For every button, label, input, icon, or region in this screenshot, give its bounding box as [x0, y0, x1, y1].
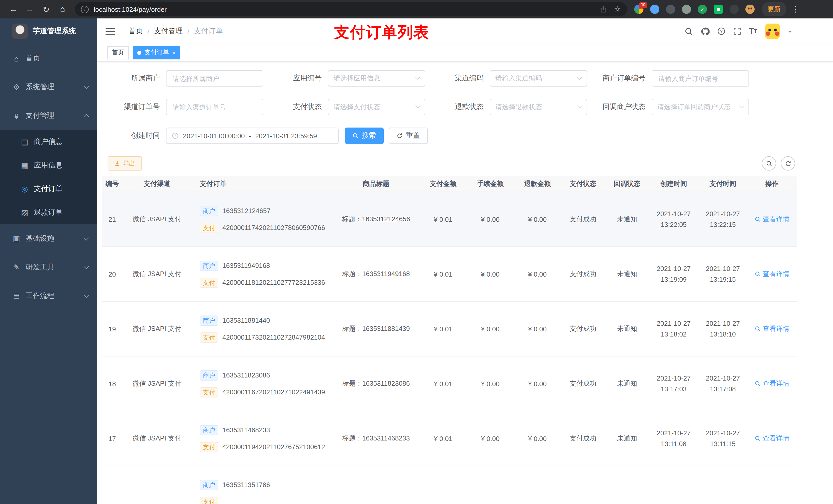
view-detail-link[interactable]: 查看详情: [755, 269, 789, 279]
cell-create-time: 2021-10-2713:17:03: [649, 373, 698, 394]
chevron-down-icon: [84, 264, 89, 269]
hamburger-icon[interactable]: [105, 27, 115, 35]
screen: ← → ↻ ⌂ i localhost:1024/pay/order ☆ 10 …: [0, 0, 833, 504]
export-button[interactable]: 导出: [108, 156, 142, 171]
dashboard-icon: ⌂: [10, 54, 23, 63]
cell-fee: ¥ 0.00: [467, 270, 514, 278]
channel-pay-no: 4200001167202110271022491439: [222, 388, 325, 396]
search-icon: [755, 271, 761, 277]
cell-pay-time: 2021-10-2713:18:10: [698, 318, 747, 340]
extension-icon[interactable]: [730, 5, 739, 14]
reset-button[interactable]: 重置: [389, 127, 428, 144]
extension-icon[interactable]: [682, 5, 691, 14]
app-select[interactable]: 请选择应用信息: [328, 70, 425, 87]
cell-amount: ¥ 0.01: [420, 435, 467, 442]
merchant-order-no: 1635311823086: [222, 371, 270, 379]
table-row: 19 微信 JSAPI 支付 商户 1635311881440 支付 42000…: [102, 302, 796, 357]
url-bar[interactable]: i localhost:1024/pay/order ☆: [75, 2, 627, 16]
notify-status-select[interactable]: 请选择订单回调商户状态: [652, 99, 749, 115]
active-dot: [137, 50, 141, 54]
cell-status: 支付成功: [561, 379, 605, 388]
cell-refund: ¥ 0.00: [514, 325, 561, 333]
view-detail-link[interactable]: 查看详情: [755, 215, 789, 224]
forward-icon[interactable]: →: [23, 3, 37, 16]
cell-title: 标题：1635311881439: [332, 324, 420, 333]
cell-order: 商户 1635311351786 支付: [192, 480, 332, 504]
toggle-search-icon[interactable]: [762, 156, 776, 171]
search-button[interactable]: 搜索: [345, 127, 384, 144]
filter-row-1: 所属商户 应用编号 请选择应用信息 渠道编码 请输入渠道编码: [108, 70, 823, 87]
font-size-icon[interactable]: TT: [749, 27, 757, 35]
cell-notify: 未通知: [605, 379, 649, 388]
cell-refund: ¥ 0.00: [514, 215, 561, 223]
orders-table: 编号 支付渠道 支付订单 商品标题 支付金额 手续金额 退款金额 支付状态 回调…: [102, 176, 796, 504]
tab-home[interactable]: 首页: [107, 46, 128, 59]
refund-status-label: 退款状态: [431, 102, 490, 112]
merchant-order-input[interactable]: [652, 70, 749, 87]
bookmark-star-icon[interactable]: ☆: [614, 5, 621, 14]
cell-order: 商户 1635311468233 支付 42000011942021102767…: [192, 425, 332, 452]
avatar[interactable]: [765, 24, 780, 39]
browser-menu-icon[interactable]: ⋮: [791, 5, 799, 14]
extension-icon[interactable]: 10: [634, 5, 643, 14]
merchant-input[interactable]: [166, 70, 263, 87]
refund-status-select[interactable]: 请选择退款状态: [490, 99, 587, 115]
extension-icon[interactable]: [650, 5, 659, 14]
cell-notify: 未通知: [605, 215, 649, 224]
view-detail-link[interactable]: 查看详情: [755, 434, 789, 443]
sidebar-item-home[interactable]: ⌂ 首页: [0, 44, 97, 73]
extension-check-icon[interactable]: ✓: [698, 5, 707, 14]
cell-channel: 微信 JSAPI 支付: [122, 324, 192, 333]
browser-update-button[interactable]: 更新: [762, 2, 786, 16]
extension-chat-icon[interactable]: [714, 5, 723, 14]
help-icon[interactable]: ?: [717, 27, 725, 35]
view-detail-link[interactable]: 查看详情: [755, 324, 789, 333]
extension-icon[interactable]: [666, 5, 675, 14]
site-info-icon[interactable]: i: [81, 5, 89, 13]
channel-code-select[interactable]: 请输入渠道编码: [490, 70, 587, 87]
cell-id: 18: [102, 380, 122, 387]
briefcase-icon: ≣: [10, 291, 23, 301]
sidebar-item-merchant-info[interactable]: ▤ 商户信息: [0, 130, 97, 154]
table-header: 编号 支付渠道 支付订单 商品标题 支付金额 手续金额 退款金额 支付状态 回调…: [102, 176, 796, 192]
create-time-range-picker[interactable]: 2021-10-01 00:00:00 - 2021-10-31 23:59:5…: [166, 127, 339, 144]
refresh-table-icon[interactable]: [781, 156, 795, 171]
home-icon[interactable]: ⌂: [56, 3, 69, 16]
github-icon[interactable]: [701, 27, 710, 35]
search-icon[interactable]: [685, 27, 693, 35]
tab-pay-order[interactable]: 支付订单 ×: [133, 46, 180, 59]
caret-down-icon[interactable]: [788, 31, 792, 35]
clock-icon: [172, 132, 179, 139]
pay-tag: 支付: [200, 332, 218, 342]
extension-emoji-icon[interactable]: [745, 5, 755, 14]
cell-id: 21: [102, 215, 122, 223]
breadcrumb-home[interactable]: 首页: [128, 27, 143, 36]
sidebar-item-devtools[interactable]: ✎ 研发工具: [0, 253, 97, 282]
sidebar-item-app-info[interactable]: ▦ 应用信息: [0, 154, 97, 177]
cell-channel: 微信 JSAPI 支付: [122, 379, 192, 388]
cell-order: 商户 1635312124657 支付 42000011742021102780…: [192, 206, 332, 233]
channel-pay-no: 4200001194202110276752100612: [222, 443, 325, 451]
back-icon[interactable]: ←: [7, 3, 20, 16]
sidebar-item-pay-order[interactable]: ◎ 支付订单: [0, 177, 97, 201]
sidebar-item-infra[interactable]: ▣ 基础设施: [0, 224, 97, 253]
reload-icon[interactable]: ↻: [40, 3, 53, 16]
top-navbar: 首页 / 支付管理 / 支付订单 支付订单列表 ?: [97, 19, 833, 44]
share-icon[interactable]: [600, 6, 607, 13]
filter-row-2: 渠道订单号 支付状态 请选择支付状态 退款状态 请选择退款状态: [108, 99, 823, 115]
sidebar-item-payment[interactable]: ¥ 支付管理: [0, 101, 97, 130]
breadcrumb-payment[interactable]: 支付管理: [154, 27, 183, 36]
app-frame: 芋道管理系统 ⌂ 首页 ⚙ 系统管理 ¥ 支付管理 ▤ 商户信息: [0, 19, 833, 504]
chevron-up-icon: [84, 114, 89, 119]
view-detail-link[interactable]: 查看详情: [755, 379, 789, 388]
channel-order-input[interactable]: [166, 99, 263, 115]
fullscreen-icon[interactable]: [733, 27, 741, 35]
sidebar-item-workflow[interactable]: ≣ 工作流程: [0, 282, 97, 310]
merchant-tag: 商户: [200, 370, 218, 380]
close-icon[interactable]: ×: [172, 49, 176, 56]
cell-id: 20: [102, 270, 122, 278]
sidebar-item-refund-order[interactable]: ▨ 退款订单: [0, 201, 97, 224]
search-icon: [353, 133, 359, 139]
pay-status-select[interactable]: 请选择支付状态: [328, 99, 425, 115]
sidebar-item-system[interactable]: ⚙ 系统管理: [0, 73, 97, 101]
